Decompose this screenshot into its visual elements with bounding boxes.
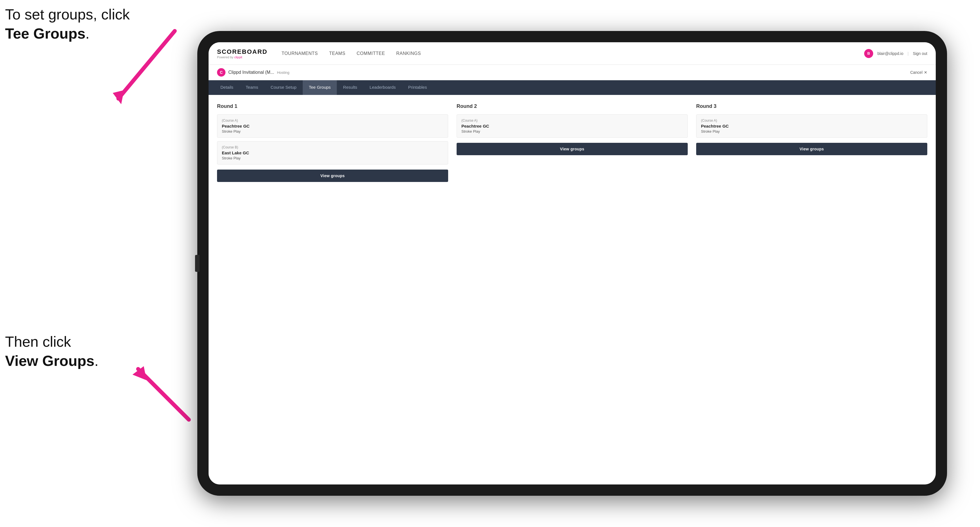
arrow-tee-groups-icon <box>96 22 186 113</box>
main-content: Round 1 (Course A) Peachtree GC Stroke P… <box>208 95 936 484</box>
brand: SCOREBOARD Powered by clippit <box>217 48 267 59</box>
instruction-bottom: Then click View Groups. <box>5 332 99 370</box>
instruction-bottom-suffix: . <box>94 352 99 369</box>
round-2-course-a-name: Peachtree GC <box>461 124 683 129</box>
user-avatar: B <box>864 49 873 58</box>
round-1-course-b-card: (Course B) East Lake GC Stroke Play <box>217 141 448 165</box>
round-1-course-b-label: (Course B) <box>222 145 443 149</box>
nav-tournaments[interactable]: TOURNAMENTS <box>282 49 318 57</box>
cancel-label: Cancel <box>910 70 923 75</box>
user-email: blair@clippd.io <box>877 51 903 56</box>
sub-header: C Clippd Invitational (M... Hosting Canc… <box>208 65 936 80</box>
tab-leaderboards[interactable]: Leaderboards <box>363 80 402 95</box>
tab-details[interactable]: Details <box>214 80 240 95</box>
nav-teams[interactable]: TEAMS <box>329 49 345 57</box>
round-1-course-b-format: Stroke Play <box>222 156 443 160</box>
navbar-links: TOURNAMENTS TEAMS COMMITTEE RANKINGS <box>282 49 864 57</box>
instruction-top-bold: Tee Groups <box>5 25 85 42</box>
round-2-course-a-format: Stroke Play <box>461 129 683 133</box>
svg-line-0 <box>118 31 175 98</box>
navbar: SCOREBOARD Powered by clippit TOURNAMENT… <box>208 42 936 65</box>
round-3-title: Round 3 <box>696 103 927 109</box>
round-3-column: Round 3 (Course A) Peachtree GC Stroke P… <box>696 103 927 182</box>
tablet-side-button <box>195 255 200 272</box>
round-1-course-a-name: Peachtree GC <box>222 124 443 129</box>
brand-name: SCOREBOARD <box>217 48 267 56</box>
round-3-course-a-label: (Course A) <box>701 119 923 122</box>
svg-marker-1 <box>113 90 124 104</box>
round-1-title: Round 1 <box>217 103 448 109</box>
round-1-course-b-name: East Lake GC <box>222 151 443 155</box>
sign-out-link[interactable]: Sign out <box>913 51 927 56</box>
tournament-title: Clippd Invitational (M... <box>228 70 274 75</box>
round-1-course-a-card: (Course A) Peachtree GC Stroke Play <box>217 114 448 138</box>
arrow-view-groups-icon <box>121 346 200 425</box>
navbar-right: B blair@clippd.io | Sign out <box>864 49 927 58</box>
hosting-badge: Hosting <box>277 70 290 75</box>
tablet-screen: SCOREBOARD Powered by clippit TOURNAMENT… <box>208 42 936 484</box>
tab-printables[interactable]: Printables <box>402 80 433 95</box>
instruction-bottom-bold: View Groups <box>5 352 94 369</box>
tournament-name-area: C Clippd Invitational (M... Hosting <box>217 68 290 76</box>
round-2-course-a-label: (Course A) <box>461 119 683 122</box>
round-2-title: Round 2 <box>457 103 688 109</box>
rounds-container: Round 1 (Course A) Peachtree GC Stroke P… <box>217 103 927 182</box>
tablet-shell: SCOREBOARD Powered by clippit TOURNAMENT… <box>197 31 947 496</box>
tab-navigation: Details Teams Course Setup Tee Groups Re… <box>208 80 936 95</box>
instruction-bottom-line1: Then click <box>5 333 71 350</box>
tab-tee-groups[interactable]: Tee Groups <box>303 80 337 95</box>
nav-rankings[interactable]: RANKINGS <box>396 49 421 57</box>
round-2-view-groups-button[interactable]: View groups <box>457 143 688 155</box>
round-1-course-a-format: Stroke Play <box>222 129 443 133</box>
round-3-course-a-card: (Course A) Peachtree GC Stroke Play <box>696 114 927 138</box>
round-3-view-groups-button[interactable]: View groups <box>696 143 927 155</box>
instruction-top-line1: To set groups, click <box>5 6 130 22</box>
tab-course-setup[interactable]: Course Setup <box>264 80 303 95</box>
brand-tagline: Powered by clippit <box>217 56 267 59</box>
nav-committee[interactable]: COMMITTEE <box>356 49 385 57</box>
round-2-column: Round 2 (Course A) Peachtree GC Stroke P… <box>457 103 688 182</box>
round-1-course-a-label: (Course A) <box>222 119 443 122</box>
cancel-icon: ✕ <box>924 70 927 75</box>
round-3-course-a-name: Peachtree GC <box>701 124 923 129</box>
tournament-logo: C <box>217 68 226 76</box>
round-3-course-a-format: Stroke Play <box>701 129 923 133</box>
round-2-course-a-card: (Course A) Peachtree GC Stroke Play <box>457 114 688 138</box>
round-1-column: Round 1 (Course A) Peachtree GC Stroke P… <box>217 103 448 182</box>
round-1-view-groups-button[interactable]: View groups <box>217 170 448 182</box>
tab-teams[interactable]: Teams <box>240 80 264 95</box>
instruction-top-suffix: . <box>85 25 89 42</box>
tab-results[interactable]: Results <box>337 80 363 95</box>
cancel-button[interactable]: Cancel ✕ <box>910 70 927 75</box>
